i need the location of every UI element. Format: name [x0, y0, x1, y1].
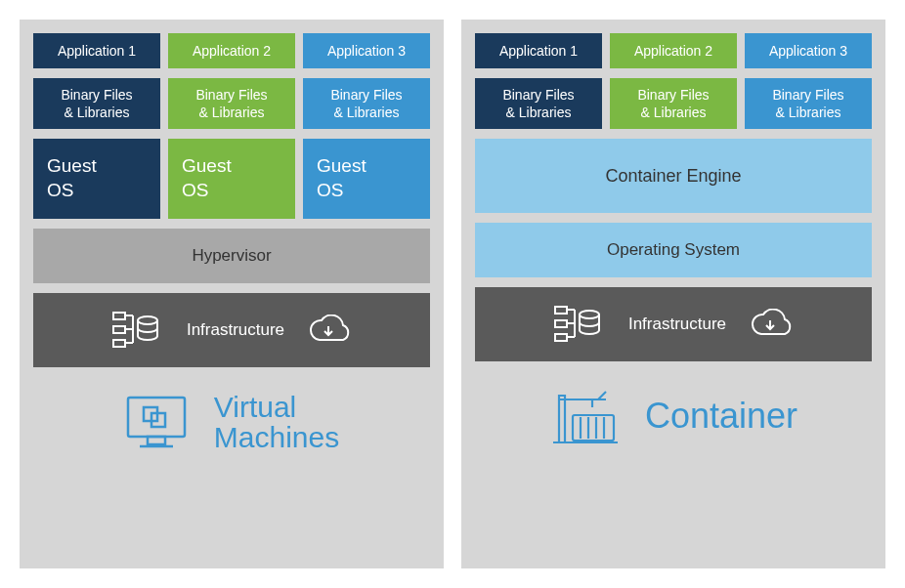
- ct-app-2: Application 2: [610, 33, 737, 68]
- svg-rect-2: [113, 340, 125, 347]
- monitor-icon: [124, 394, 189, 450]
- svg-point-3: [138, 316, 157, 324]
- servers-icon: [112, 311, 165, 350]
- svg-point-12: [580, 311, 599, 318]
- vm-title: Virtual Machines: [214, 392, 339, 453]
- ct-bin-2: Binary Files & Libraries: [610, 78, 737, 129]
- ct-app-1: Application 1: [475, 33, 602, 68]
- cloud-download-icon: [748, 309, 793, 340]
- ct-infrastructure: Infrastructure: [475, 287, 872, 361]
- vm-guest-1: Guest OS: [33, 139, 160, 219]
- ct-infra-label: Infrastructure: [628, 315, 726, 334]
- crane-container-icon: [549, 386, 620, 446]
- vm-app-2: Application 2: [168, 33, 295, 68]
- vm-app-1: Application 1: [33, 33, 160, 68]
- vm-infra-label: Infrastructure: [187, 320, 284, 340]
- svg-rect-11: [555, 334, 567, 341]
- svg-rect-10: [555, 320, 567, 327]
- vm-hypervisor: Hypervisor: [33, 229, 430, 283]
- vm-guest-row: Guest OS Guest OS Guest OS: [33, 139, 430, 219]
- vm-footer: Virtual Machines: [33, 383, 430, 461]
- ct-bin-3: Binary Files & Libraries: [745, 78, 872, 129]
- vm-guest-3: Guest OS: [303, 139, 430, 219]
- ct-app-row: Application 1 Application 2 Application …: [475, 33, 872, 68]
- vm-binlib-row: Binary Files & Libraries Binary Files & …: [33, 78, 430, 129]
- ct-binlib-row: Binary Files & Libraries Binary Files & …: [475, 78, 872, 129]
- ct-app-3: Application 3: [745, 33, 872, 68]
- vm-app-row: Application 1 Application 2 Application …: [33, 33, 430, 68]
- servers-icon: [554, 305, 607, 344]
- vm-guest-2: Guest OS: [168, 139, 295, 219]
- svg-rect-0: [113, 313, 125, 319]
- ct-footer: Container: [475, 377, 872, 455]
- ct-engine: Container Engine: [475, 139, 872, 213]
- vm-bin-1: Binary Files & Libraries: [33, 78, 160, 129]
- ct-title: Container: [645, 398, 797, 435]
- svg-rect-9: [555, 307, 567, 314]
- ct-os: Operating System: [475, 223, 872, 277]
- svg-rect-1: [113, 326, 125, 333]
- vm-bin-3: Binary Files & Libraries: [303, 78, 430, 129]
- svg-rect-13: [573, 415, 614, 441]
- vm-bin-2: Binary Files & Libraries: [168, 78, 295, 129]
- cloud-download-icon: [306, 315, 351, 346]
- vm-app-3: Application 3: [303, 33, 430, 68]
- vm-panel: Application 1 Application 2 Application …: [20, 20, 444, 568]
- ct-bin-1: Binary Files & Libraries: [475, 78, 602, 129]
- container-panel: Application 1 Application 2 Application …: [461, 20, 885, 568]
- svg-rect-5: [148, 437, 165, 444]
- vm-infrastructure: Infrastructure: [33, 293, 430, 367]
